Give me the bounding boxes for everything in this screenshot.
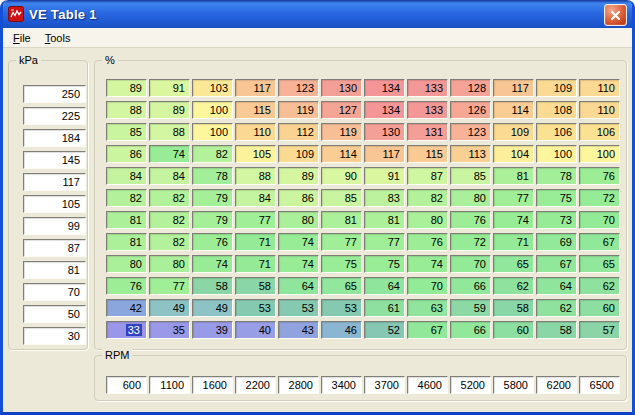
ve-cell[interactable]: 67: [407, 321, 448, 339]
rpm-value-box[interactable]: 3400: [321, 376, 362, 394]
ve-cell[interactable]: 85: [321, 189, 362, 207]
ve-cell[interactable]: 67: [536, 255, 577, 273]
ve-cell[interactable]: 70: [450, 255, 491, 273]
ve-cell[interactable]: 81: [106, 211, 147, 229]
ve-cell[interactable]: 58: [493, 299, 534, 317]
ve-cell[interactable]: 74: [278, 255, 319, 273]
ve-cell[interactable]: 76: [407, 233, 448, 251]
rpm-value-box[interactable]: 5200: [450, 376, 491, 394]
ve-cell[interactable]: 60: [493, 321, 534, 339]
ve-cell[interactable]: 133: [407, 79, 448, 97]
ve-cell[interactable]: 66: [450, 277, 491, 295]
ve-cell[interactable]: 86: [106, 145, 147, 163]
ve-cell[interactable]: 87: [407, 167, 448, 185]
ve-cell[interactable]: 84: [106, 167, 147, 185]
ve-cell[interactable]: 53: [278, 299, 319, 317]
kpa-value-box[interactable]: 87: [23, 239, 86, 257]
ve-cell[interactable]: 110: [579, 101, 620, 119]
ve-cell[interactable]: 80: [278, 211, 319, 229]
ve-cell[interactable]: 134: [364, 79, 405, 97]
ve-cell[interactable]: 112: [278, 123, 319, 141]
ve-cell[interactable]: 115: [235, 101, 276, 119]
ve-cell[interactable]: 91: [364, 167, 405, 185]
kpa-value-box[interactable]: 99: [23, 217, 86, 235]
ve-cell[interactable]: 133: [407, 101, 448, 119]
ve-cell[interactable]: 65: [321, 277, 362, 295]
ve-cell[interactable]: 89: [106, 79, 147, 97]
ve-cell[interactable]: 117: [235, 79, 276, 97]
rpm-value-box[interactable]: 1100: [149, 376, 190, 394]
ve-cell[interactable]: 86: [278, 189, 319, 207]
kpa-value-box[interactable]: 184: [23, 129, 86, 147]
kpa-value-box[interactable]: 105: [23, 195, 86, 213]
ve-cell[interactable]: 80: [450, 189, 491, 207]
ve-cell[interactable]: 35: [149, 321, 190, 339]
ve-cell[interactable]: 88: [106, 101, 147, 119]
kpa-value-box[interactable]: 250: [23, 85, 86, 103]
ve-cell[interactable]: 53: [321, 299, 362, 317]
ve-cell[interactable]: 74: [149, 145, 190, 163]
ve-cell[interactable]: 71: [235, 233, 276, 251]
ve-cell[interactable]: 76: [579, 167, 620, 185]
ve-cell[interactable]: 43: [278, 321, 319, 339]
ve-cell[interactable]: 74: [407, 255, 448, 273]
ve-cell[interactable]: 82: [407, 189, 448, 207]
ve-cell[interactable]: 63: [407, 299, 448, 317]
ve-cell[interactable]: 49: [192, 299, 233, 317]
ve-cell[interactable]: 131: [407, 123, 448, 141]
ve-cell[interactable]: 84: [149, 167, 190, 185]
ve-cell[interactable]: 109: [536, 79, 577, 97]
ve-cell[interactable]: 74: [278, 233, 319, 251]
ve-cell[interactable]: 117: [493, 79, 534, 97]
ve-cell[interactable]: 109: [278, 145, 319, 163]
ve-cell[interactable]: 127: [321, 101, 362, 119]
ve-cell[interactable]: 53: [235, 299, 276, 317]
ve-cell[interactable]: 88: [149, 123, 190, 141]
app-icon[interactable]: [8, 6, 24, 22]
ve-cell[interactable]: 115: [407, 145, 448, 163]
ve-cell[interactable]: 117: [364, 145, 405, 163]
ve-cell[interactable]: 46: [321, 321, 362, 339]
ve-cell[interactable]: 128: [450, 79, 491, 97]
ve-cell[interactable]: 123: [450, 123, 491, 141]
ve-cell[interactable]: 62: [536, 299, 577, 317]
ve-cell[interactable]: 69: [536, 233, 577, 251]
ve-cell[interactable]: 33: [106, 321, 147, 339]
ve-cell[interactable]: 40: [235, 321, 276, 339]
rpm-value-box[interactable]: 6200: [536, 376, 577, 394]
ve-cell[interactable]: 126: [450, 101, 491, 119]
ve-cell[interactable]: 64: [536, 277, 577, 295]
ve-cell[interactable]: 58: [536, 321, 577, 339]
ve-cell[interactable]: 100: [579, 145, 620, 163]
ve-cell[interactable]: 65: [579, 255, 620, 273]
ve-cell[interactable]: 80: [149, 255, 190, 273]
ve-cell[interactable]: 79: [192, 211, 233, 229]
ve-cell[interactable]: 80: [407, 211, 448, 229]
ve-cell[interactable]: 75: [364, 255, 405, 273]
ve-cell[interactable]: 100: [192, 123, 233, 141]
ve-cell[interactable]: 66: [450, 321, 491, 339]
ve-cell[interactable]: 134: [364, 101, 405, 119]
ve-cell[interactable]: 114: [493, 101, 534, 119]
menu-item-file[interactable]: File: [6, 30, 38, 46]
ve-cell[interactable]: 70: [579, 211, 620, 229]
ve-cell[interactable]: 61: [364, 299, 405, 317]
ve-cell[interactable]: 110: [579, 79, 620, 97]
ve-cell[interactable]: 82: [149, 233, 190, 251]
ve-cell[interactable]: 123: [278, 79, 319, 97]
kpa-value-box[interactable]: 30: [23, 327, 86, 345]
ve-cell[interactable]: 90: [321, 167, 362, 185]
ve-cell[interactable]: 108: [536, 101, 577, 119]
ve-cell[interactable]: 119: [321, 123, 362, 141]
kpa-value-box[interactable]: 81: [23, 261, 86, 279]
ve-cell[interactable]: 77: [493, 189, 534, 207]
ve-cell[interactable]: 110: [235, 123, 276, 141]
ve-cell[interactable]: 88: [235, 167, 276, 185]
ve-cell[interactable]: 60: [579, 299, 620, 317]
ve-cell[interactable]: 100: [536, 145, 577, 163]
ve-cell[interactable]: 81: [493, 167, 534, 185]
ve-cell[interactable]: 82: [192, 145, 233, 163]
ve-cell[interactable]: 81: [106, 233, 147, 251]
rpm-value-box[interactable]: 4600: [407, 376, 448, 394]
ve-cell[interactable]: 82: [149, 211, 190, 229]
